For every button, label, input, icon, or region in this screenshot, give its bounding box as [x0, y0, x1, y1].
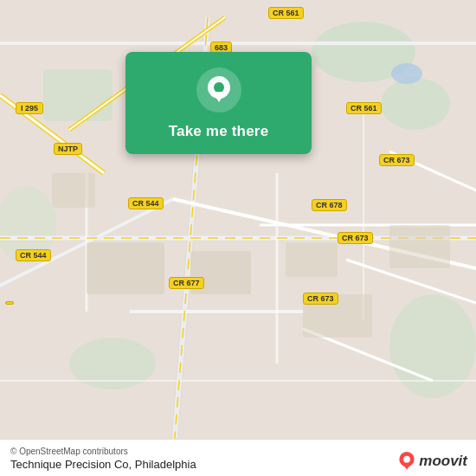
moovit-logo: moovit [397, 452, 467, 471]
svg-point-6 [391, 63, 422, 84]
road-label-cr673-mid: CR 673 [338, 232, 373, 244]
road-label-cr673-bot: CR 673 [303, 293, 338, 305]
bottom-bar: © OpenStreetMap contributors Technique P… [0, 439, 476, 476]
road-label-cr678: CR 678 [312, 199, 347, 211]
road-label-njtp-left: NJTP [54, 143, 82, 155]
road-label-683 [5, 301, 14, 305]
svg-rect-35 [52, 173, 95, 208]
road-label-cr544-top: CR 544 [128, 197, 164, 209]
road-label-cr673-top: CR 673 [379, 154, 415, 166]
svg-point-4 [389, 294, 476, 398]
road-label-cr544-bot: CR 544 [16, 249, 51, 261]
svg-marker-44 [403, 464, 411, 469]
svg-point-43 [403, 456, 410, 463]
road-label-i295: I 295 [16, 102, 43, 114]
map-container: CR 561 683 I 295 CR 561 NJTP CR 673 CR 5… [0, 0, 476, 476]
svg-rect-34 [286, 242, 338, 277]
take-me-there-button[interactable]: Take me there [169, 121, 269, 142]
svg-point-40 [214, 82, 224, 93]
svg-rect-2 [43, 69, 113, 121]
popup-card[interactable]: Take me there [125, 52, 312, 154]
moovit-brand-text: moovit [419, 453, 467, 470]
location-pin-icon [196, 68, 241, 113]
road-label-cr677: CR 677 [169, 277, 204, 289]
moovit-pin-icon [397, 452, 416, 471]
svg-point-1 [381, 78, 450, 130]
svg-rect-37 [389, 225, 450, 268]
road-label-cr561-top: CR 561 [268, 7, 304, 19]
svg-rect-32 [87, 242, 164, 294]
road-label-cr561-right: CR 561 [346, 102, 382, 114]
